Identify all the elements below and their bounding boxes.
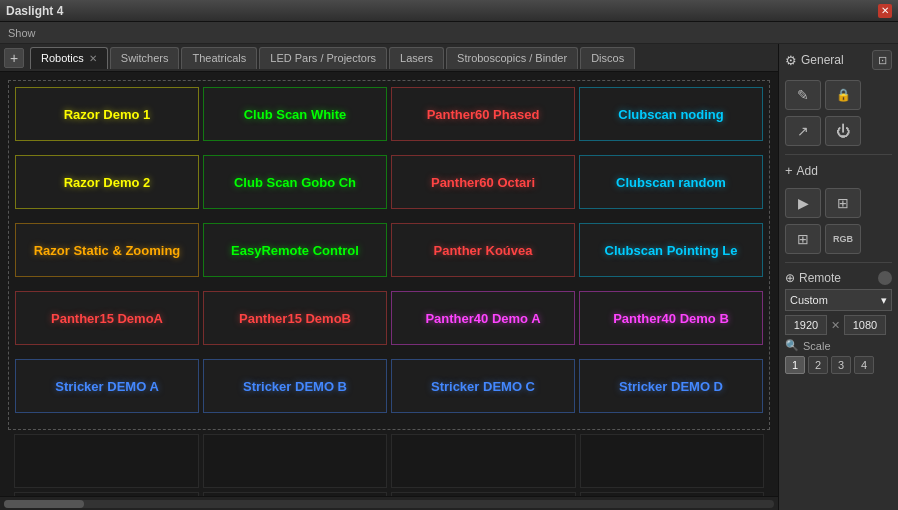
tabs-bar: + Robotics✕SwitchersTheatricalsLED Pars … bbox=[0, 44, 778, 72]
search-icon: 🔍 bbox=[785, 339, 799, 352]
grid-cell-7[interactable]: Clubscan random bbox=[579, 155, 763, 209]
lock-icon: 🔒 bbox=[836, 88, 851, 102]
play-button[interactable]: ▶ bbox=[785, 188, 821, 218]
grid-area: Razor Demo 1Club Scan WhitePanther60 Pha… bbox=[0, 72, 778, 496]
plus-icon: + bbox=[10, 50, 18, 66]
grid-cell-0[interactable]: Razor Demo 1 bbox=[15, 87, 199, 141]
remote-header: ⊕ Remote bbox=[785, 271, 892, 285]
sliders-icon: ⊞ bbox=[837, 195, 849, 211]
height-input[interactable] bbox=[844, 315, 886, 335]
tab-stroboscopics[interactable]: Stroboscopics / Binder bbox=[446, 47, 578, 69]
grid-cell-15[interactable]: Panther40 Demo B bbox=[579, 291, 763, 345]
tab-label-switchers: Switchers bbox=[121, 52, 169, 64]
tab-close-robotics[interactable]: ✕ bbox=[89, 53, 97, 64]
width-input[interactable] bbox=[785, 315, 827, 335]
expand-icon: ⊡ bbox=[878, 54, 887, 67]
tab-discos[interactable]: Discos bbox=[580, 47, 635, 69]
grid-icon: ⊞ bbox=[797, 231, 809, 247]
tab-ledpars[interactable]: LED Pars / Projectors bbox=[259, 47, 387, 69]
sliders-button[interactable]: ⊞ bbox=[825, 188, 861, 218]
grid-cell-10[interactable]: Panther Koúvea bbox=[391, 223, 575, 277]
scale-2-button[interactable]: 2 bbox=[808, 356, 828, 374]
add-section-header: + Add bbox=[785, 163, 892, 178]
arrow-icon: ↗ bbox=[797, 123, 809, 139]
tab-theatricals[interactable]: Theatricals bbox=[181, 47, 257, 69]
grid-cell-11[interactable]: Clubscan Pointing Le bbox=[579, 223, 763, 277]
plus-sign: + bbox=[785, 163, 793, 178]
show-bar: Show bbox=[0, 22, 898, 44]
grid-cell-12[interactable]: Panther15 DemoA bbox=[15, 291, 199, 345]
divider1 bbox=[785, 154, 892, 155]
grid-cell-17[interactable]: Stricker DEMO B bbox=[203, 359, 387, 413]
grid-cell-14[interactable]: Panther40 Demo A bbox=[391, 291, 575, 345]
general-actions-row: ✎ 🔒 bbox=[785, 80, 892, 110]
remote-icon: ⊕ bbox=[785, 271, 795, 285]
divider2 bbox=[785, 262, 892, 263]
grid-cell-8[interactable]: Razor Static & Zooming bbox=[15, 223, 199, 277]
grid-cell-4[interactable]: Razor Demo 2 bbox=[15, 155, 199, 209]
grid-cell-2[interactable]: Panther60 Phased bbox=[391, 87, 575, 141]
scale-1-button[interactable]: 1 bbox=[785, 356, 805, 374]
scale-4-button[interactable]: 4 bbox=[854, 356, 874, 374]
grid-cell-13[interactable]: Panther15 DemoB bbox=[203, 291, 387, 345]
scrollbar-thumb[interactable] bbox=[4, 500, 84, 508]
edit-button[interactable]: ✎ bbox=[785, 80, 821, 110]
grid-cell-5[interactable]: Club Scan Gobo Ch bbox=[203, 155, 387, 209]
grid-cell-9[interactable]: EasyRemote Control bbox=[203, 223, 387, 277]
tab-label-theatricals: Theatricals bbox=[192, 52, 246, 64]
add-tab-button[interactable]: + bbox=[4, 48, 24, 68]
gear-icon: ⚙ bbox=[785, 53, 797, 68]
left-panel: + Robotics✕SwitchersTheatricalsLED Pars … bbox=[0, 44, 778, 510]
remote-toggle[interactable] bbox=[878, 271, 892, 285]
general-section-header: ⚙ General ⊡ bbox=[785, 50, 892, 70]
scale-buttons: 1 2 3 4 bbox=[785, 356, 892, 374]
grid-cell-18[interactable]: Stricker DEMO C bbox=[391, 359, 575, 413]
play-icon: ▶ bbox=[798, 195, 809, 211]
arrow-button[interactable]: ↗ bbox=[785, 116, 821, 146]
edit-icon: ✎ bbox=[797, 87, 809, 103]
custom-select[interactable]: Custom ▾ bbox=[785, 289, 892, 311]
app-title: Daslight 4 bbox=[6, 4, 63, 18]
grid-cell-16[interactable]: Stricker DEMO A bbox=[15, 359, 199, 413]
main-layout: + Robotics✕SwitchersTheatricalsLED Pars … bbox=[0, 44, 898, 510]
expand-button[interactable]: ⊡ bbox=[872, 50, 892, 70]
add-actions-row1: ▶ ⊞ bbox=[785, 188, 892, 218]
horizontal-scrollbar[interactable] bbox=[0, 496, 778, 510]
tab-label-discos: Discos bbox=[591, 52, 624, 64]
tab-switchers[interactable]: Switchers bbox=[110, 47, 180, 69]
scale-label: 🔍 Scale bbox=[785, 339, 892, 352]
add-actions-row2: ⊞ RGB bbox=[785, 224, 892, 254]
tab-label-ledpars: LED Pars / Projectors bbox=[270, 52, 376, 64]
power-button[interactable]: ⏻ bbox=[825, 116, 861, 146]
right-panel: ⚙ General ⊡ ✎ 🔒 ↗ ⏻ + bbox=[778, 44, 898, 510]
show-label: Show bbox=[8, 27, 36, 39]
tab-robotics[interactable]: Robotics✕ bbox=[30, 47, 108, 69]
chevron-down-icon: ▾ bbox=[881, 294, 887, 307]
scrollbar-track bbox=[4, 500, 774, 508]
tab-label-robotics: Robotics bbox=[41, 52, 84, 64]
resolution-inputs: ✕ bbox=[785, 315, 892, 335]
grid-cell-19[interactable]: Stricker DEMO D bbox=[579, 359, 763, 413]
grid-cell-1[interactable]: Club Scan White bbox=[203, 87, 387, 141]
lock-button[interactable]: 🔒 bbox=[825, 80, 861, 110]
tab-label-lasers: Lasers bbox=[400, 52, 433, 64]
remote-section: ⊕ Remote Custom ▾ ✕ 🔍 Scale 1 2 3 bbox=[785, 271, 892, 374]
general-actions-row2: ↗ ⏻ bbox=[785, 116, 892, 146]
scenes-grid: Razor Demo 1Club Scan WhitePanther60 Pha… bbox=[8, 80, 770, 430]
title-bar: Daslight 4 ✕ bbox=[0, 0, 898, 22]
x-separator: ✕ bbox=[831, 319, 840, 332]
grid-button[interactable]: ⊞ bbox=[785, 224, 821, 254]
power-icon: ⏻ bbox=[836, 123, 850, 139]
scale-3-button[interactable]: 3 bbox=[831, 356, 851, 374]
rgb-icon: RGB bbox=[833, 234, 853, 244]
general-title: ⚙ General bbox=[785, 53, 844, 68]
rgb-button[interactable]: RGB bbox=[825, 224, 861, 254]
grid-cell-3[interactable]: Clubscan noding bbox=[579, 87, 763, 141]
tab-label-stroboscopics: Stroboscopics / Binder bbox=[457, 52, 567, 64]
grid-cell-6[interactable]: Panther60 Octari bbox=[391, 155, 575, 209]
close-button[interactable]: ✕ bbox=[878, 4, 892, 18]
tab-lasers[interactable]: Lasers bbox=[389, 47, 444, 69]
